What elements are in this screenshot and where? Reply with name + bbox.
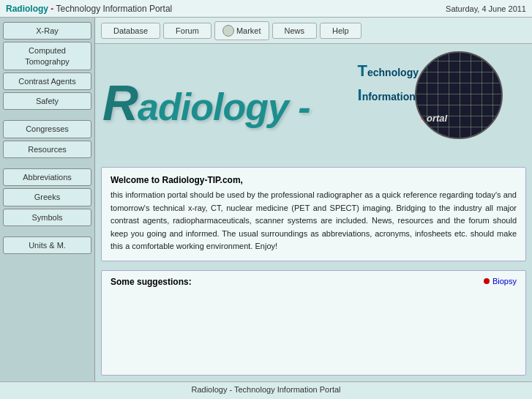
page-footer: Radiology - Technology Information Porta… <box>0 381 532 399</box>
sidebar-item-units[interactable]: Units & M. <box>3 236 91 254</box>
nav-market[interactable]: Market <box>214 21 269 40</box>
content-area: Database Forum Market News Help Radiolog… <box>95 18 532 381</box>
banner-rest: adiology - <box>138 86 310 128</box>
banner-radiology-text: Radiology - <box>102 74 310 131</box>
banner-information: nformation <box>362 91 416 102</box>
header-title: Radiology - Technology Information Porta… <box>6 4 172 14</box>
sidebar-item-contrast[interactable]: Contrast Agents <box>3 72 91 90</box>
globe-circle <box>415 51 503 139</box>
nav-database[interactable]: Database <box>101 23 160 39</box>
globe-inner-grid <box>416 53 501 138</box>
sidebar-item-safety[interactable]: Safety <box>3 92 91 110</box>
sidebar-item-abbreviations[interactable]: Abbreviations <box>3 168 91 186</box>
sidebar-item-resources[interactable]: Resources <box>3 141 91 158</box>
nav-market-label: Market <box>236 26 261 35</box>
biopsy-label: Biopsy <box>492 277 517 286</box>
banner-portal-dash: - <box>421 113 424 124</box>
banner-area: Radiology - Technology Information - ort… <box>95 44 532 161</box>
banner-portal-text: - ortal <box>421 113 516 124</box>
header-date: Saturday, 4 June 2011 <box>446 4 526 13</box>
sidebar-item-xray[interactable]: X-Ray <box>3 22 91 40</box>
banner-R: R <box>102 75 138 130</box>
suggestions-title: Some suggestions: <box>110 277 192 287</box>
top-nav: Database Forum Market News Help <box>95 18 532 44</box>
sidebar-item-symbols[interactable]: Symbols <box>3 209 91 226</box>
sidebar-divider-1 <box>3 112 91 118</box>
sidebar-item-congresses[interactable]: Congresses <box>3 120 91 138</box>
bullet-icon <box>484 278 490 284</box>
banner-technology: echnology <box>367 67 419 78</box>
nav-help[interactable]: Help <box>320 23 361 39</box>
market-globe-icon <box>222 25 234 37</box>
sidebar-item-ct[interactable]: Computed Tomograhpy <box>3 42 91 70</box>
sidebar: X-Ray Computed Tomograhpy Contrast Agent… <box>0 18 95 381</box>
suggestions-box: Some suggestions: Biopsy <box>101 270 526 376</box>
header-radiology: Radiology <box>6 4 48 14</box>
banner-portal: ortal <box>427 113 447 124</box>
footer-text: Radiology - Technology Information Porta… <box>191 385 340 394</box>
nav-forum[interactable]: Forum <box>163 23 211 39</box>
header-subtitle: Technology Information Portal <box>53 4 172 14</box>
biopsy-link[interactable]: Biopsy <box>484 277 517 286</box>
main-layout: X-Ray Computed Tomograhpy Contrast Agent… <box>0 18 532 381</box>
banner-T: T <box>358 61 367 80</box>
sidebar-item-greeks[interactable]: Greeks <box>3 188 91 206</box>
banner-globe: - ortal <box>415 51 510 146</box>
banner-tip-text: Technology Information <box>358 59 419 107</box>
sidebar-divider-3 <box>3 228 91 234</box>
globe-grid <box>223 26 233 36</box>
sidebar-divider-2 <box>3 160 91 166</box>
nav-news[interactable]: News <box>272 23 318 39</box>
welcome-box: Welcome to Radiology-TIP.com, this infor… <box>101 167 526 261</box>
welcome-text: this information portal should be used b… <box>110 189 517 253</box>
welcome-title: Welcome to Radiology-TIP.com, <box>110 175 517 185</box>
page-header: Radiology - Technology Information Porta… <box>0 0 532 18</box>
